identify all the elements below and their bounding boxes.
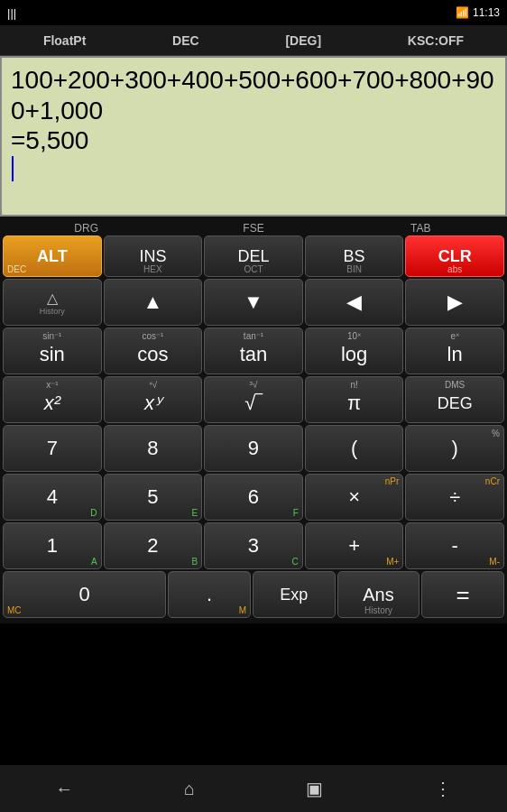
mm-label: M-	[489, 557, 500, 567]
xy-button[interactable]: ˣ√ xʸ	[104, 376, 203, 423]
cursor	[12, 156, 14, 181]
btn-0[interactable]: 0 MC	[3, 571, 166, 618]
btn-9[interactable]: 9	[204, 425, 303, 472]
btn-6[interactable]: 6 F	[204, 474, 303, 521]
calculator-body: DRG FSE TAB ALT DEC INS HEX DEL OCT BS B…	[0, 217, 507, 623]
xrooty-label: ˣ√	[105, 380, 202, 390]
log-sup-label: 10ˣ	[306, 331, 403, 341]
ncr-label: nCr	[485, 476, 500, 486]
row-alt-ins: ALT DEC INS HEX DEL OCT BS BIN CLR abs	[3, 235, 504, 277]
nav-back-button[interactable]: ←	[48, 771, 80, 807]
ln-button[interactable]: eˣ ln	[405, 328, 504, 374]
nav-recent-button[interactable]: ▣	[299, 770, 330, 807]
sqrt-button[interactable]: ³√ √‾	[204, 376, 303, 423]
e-sup-label: eˣ	[406, 331, 503, 341]
row-0exp: 0 MC . M Exp Ans History =	[3, 571, 504, 618]
plus-button[interactable]: + M+	[305, 522, 404, 569]
left-button[interactable]: ◀	[305, 279, 404, 326]
rparen-button[interactable]: ) %	[405, 425, 504, 472]
btn-8[interactable]: 8	[104, 425, 203, 472]
status-time: 11:13	[473, 6, 500, 19]
up-button[interactable]: ▲	[104, 279, 203, 326]
row-123: 1 A 2 B 3 C + M+ - M-	[3, 522, 504, 569]
tan-label: tan	[240, 345, 268, 364]
row-789: 7 8 9 ( ) %	[3, 425, 504, 472]
mul-button[interactable]: × nPr	[305, 474, 404, 521]
minus-button[interactable]: - M-	[405, 522, 504, 569]
right-button[interactable]: ▶	[405, 279, 504, 326]
ins-button[interactable]: INS HEX	[104, 235, 203, 277]
row-arrows: △ History ▲ ▼ ◀ ▶	[3, 279, 504, 326]
deg-label: DEG	[438, 395, 473, 411]
deg-button[interactable]: DMS DEG	[405, 376, 504, 423]
sin-button[interactable]: sin⁻¹ sin	[3, 328, 102, 374]
d-sub: D	[90, 508, 97, 518]
m-sub: M	[239, 605, 246, 615]
btn-5[interactable]: 5 E	[104, 474, 203, 521]
xinv-label: x⁻¹	[4, 380, 101, 390]
ans-button[interactable]: Ans History	[337, 571, 420, 618]
mode-bar: FloatPt DEC [DEG] KSC:OFF	[0, 25, 507, 56]
mode-deg[interactable]: [DEG]	[285, 33, 321, 48]
mp-label: M+	[386, 557, 399, 567]
sin-label: sin	[40, 345, 65, 364]
equals-button[interactable]: =	[421, 571, 504, 618]
btn-4[interactable]: 4 D	[3, 474, 102, 521]
btn-2[interactable]: 2 B	[104, 522, 203, 569]
btn-1[interactable]: 1 A	[3, 522, 102, 569]
log-button[interactable]: 10ˣ log	[305, 328, 404, 374]
mode-ksc[interactable]: KSC:OFF	[408, 33, 464, 48]
dot-button[interactable]: . M	[168, 571, 251, 618]
calculator-display: 100+200+300+400+500+600+700+800+900+1,00…	[0, 56, 507, 217]
fse-label: FSE	[170, 222, 336, 235]
cos-button[interactable]: cos⁻¹ cos	[104, 328, 203, 374]
status-signal: |||	[7, 6, 16, 20]
tan-button[interactable]: tan⁻¹ tan	[204, 328, 303, 374]
e-sub: E	[192, 508, 198, 518]
ans-history-label: History	[338, 605, 419, 615]
xy-label: xʸ	[144, 393, 161, 413]
factorial-label: n!	[306, 380, 403, 390]
btn-7[interactable]: 7	[3, 425, 102, 472]
x2-button[interactable]: x⁻¹ x²	[3, 376, 102, 423]
tan-inv-label: tan⁻¹	[205, 331, 302, 341]
status-bar: ||| 📶 11:13	[0, 0, 507, 25]
row-powers: x⁻¹ x² ˣ√ xʸ ³√ √‾ n! π DMS DEG	[3, 376, 504, 423]
history-button[interactable]: △ History	[3, 279, 102, 326]
exp-button[interactable]: Exp	[253, 571, 336, 618]
sin-inv-label: sin⁻¹	[4, 331, 101, 341]
mode-dec[interactable]: DEC	[172, 33, 199, 48]
cos-inv-label: cos⁻¹	[105, 331, 202, 341]
lparen-button[interactable]: (	[305, 425, 404, 472]
row-trig: sin⁻¹ sin cos⁻¹ cos tan⁻¹ tan 10ˣ log eˣ…	[3, 328, 504, 374]
npr-label: nPr	[385, 476, 400, 486]
abs-sub: abs	[406, 264, 503, 274]
triangle-icon: △	[47, 290, 58, 307]
pct-label: %	[492, 429, 500, 438]
drg-label: DRG	[3, 222, 170, 235]
alt-button[interactable]: ALT DEC	[3, 235, 102, 277]
nav-home-button[interactable]: ⌂	[177, 771, 202, 807]
tab-label: TAB	[337, 222, 504, 235]
c-sub: C	[292, 557, 299, 567]
a-sub: A	[91, 557, 97, 567]
pi-label: π	[347, 393, 361, 413]
dms-label: DMS	[406, 380, 503, 390]
bs-button[interactable]: BS BIN	[305, 235, 404, 277]
f-sub: F	[293, 508, 299, 518]
clr-button[interactable]: CLR abs	[405, 235, 504, 277]
down-button[interactable]: ▼	[204, 279, 303, 326]
pi-button[interactable]: n! π	[305, 376, 404, 423]
display-expression: 100+200+300+400+500+600+700+800+900+1,00…	[11, 65, 496, 156]
cos-label: cos	[137, 345, 168, 364]
ln-label: ln	[447, 345, 463, 364]
mode-float[interactable]: FloatPt	[43, 33, 86, 48]
oct-sub: OCT	[205, 264, 302, 274]
root3-label: ³√	[205, 380, 302, 390]
drg-row: DRG FSE TAB	[3, 220, 504, 235]
nav-menu-button[interactable]: ⋮	[427, 770, 459, 807]
btn-3[interactable]: 3 C	[204, 522, 303, 569]
del-button[interactable]: DEL OCT	[204, 235, 303, 277]
div-button[interactable]: ÷ nCr	[405, 474, 504, 521]
bin-sub: BIN	[306, 264, 403, 274]
